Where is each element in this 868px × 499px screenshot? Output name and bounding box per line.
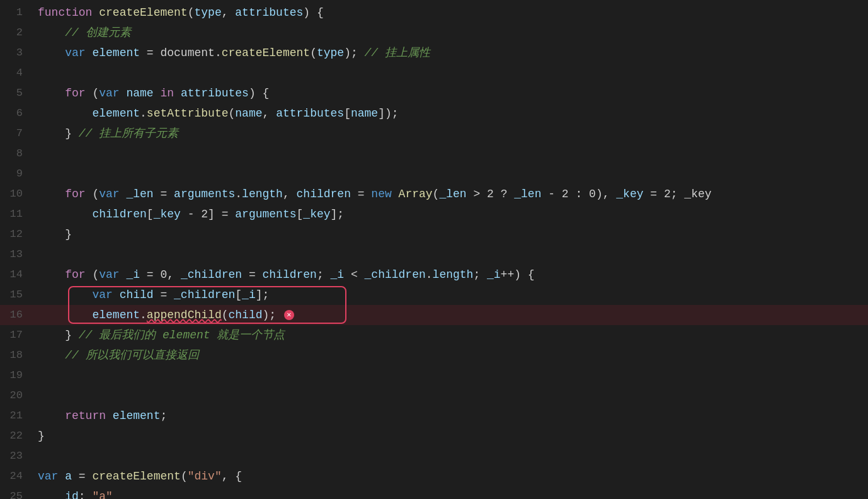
line-1: 1function createElement(type, attributes… — [0, 3, 868, 23]
line-number-7: 7 — [0, 123, 33, 144]
line-number-20: 20 — [0, 386, 33, 406]
line-number-25: 25 — [0, 486, 33, 499]
line-24: 24var a = createElement("div", { — [0, 466, 868, 486]
line-12: 12 } — [0, 224, 868, 244]
line-content-17: } // 最后我们的 element 就是一个节点 — [33, 325, 868, 345]
line-number-19: 19 — [0, 365, 33, 386]
line-8: 8 — [0, 144, 868, 164]
line-number-16: 16 — [0, 305, 33, 325]
line-content-2: // 创建元素 — [33, 23, 868, 43]
line-25: 25 id: "a" — [0, 486, 868, 499]
line-14: 14 for (var _i = 0, _children = children… — [0, 265, 868, 285]
line-content-3: var element = document.createElement(typ… — [33, 43, 868, 63]
line-18: 18 // 所以我们可以直接返回 — [0, 345, 868, 365]
line-content-25: id: "a" — [33, 486, 868, 499]
line-number-4: 4 — [0, 63, 33, 83]
line-number-9: 9 — [0, 164, 33, 184]
line-19: 19 — [0, 365, 868, 386]
line-21: 21 return element; — [0, 406, 868, 426]
line-content-11: children[_key - 2] = arguments[_key]; — [33, 204, 868, 224]
line-content-5: for (var name in attributes) { — [33, 83, 868, 103]
line-number-10: 10 — [0, 184, 33, 204]
line-number-22: 22 — [0, 426, 33, 446]
code-editor: 1function createElement(type, attributes… — [0, 0, 868, 499]
line-content-7: } // 挂上所有子元素 — [33, 123, 868, 144]
line-content-16: element.appendChild(child); ✕ — [33, 305, 868, 325]
line-5: 5 for (var name in attributes) { — [0, 83, 868, 103]
line-number-11: 11 — [0, 204, 33, 224]
line-content-10: for (var _len = arguments.length, childr… — [33, 184, 868, 204]
line-number-6: 6 — [0, 103, 33, 123]
line-number-12: 12 — [0, 224, 33, 244]
line-13: 13 — [0, 244, 868, 265]
line-number-14: 14 — [0, 265, 33, 285]
line-11: 11 children[_key - 2] = arguments[_key]; — [0, 204, 868, 224]
line-content-21: return element; — [33, 406, 868, 426]
line-number-15: 15 — [0, 285, 33, 305]
line-9: 9 — [0, 164, 868, 184]
line-number-8: 8 — [0, 144, 33, 164]
line-number-23: 23 — [0, 446, 33, 466]
line-number-1: 1 — [0, 3, 33, 23]
line-2: 2 // 创建元素 — [0, 23, 868, 43]
line-content-12: } — [33, 224, 868, 244]
line-content-18: // 所以我们可以直接返回 — [33, 345, 868, 365]
line-7: 7 } // 挂上所有子元素 — [0, 123, 868, 144]
line-content-22: } — [33, 426, 868, 446]
line-20: 20 — [0, 386, 868, 406]
line-content-24: var a = createElement("div", { — [33, 466, 868, 486]
error-icon: ✕ — [284, 310, 294, 320]
line-6: 6 element.setAttribute(name, attributes[… — [0, 103, 868, 123]
line-content-15: var child = _children[_i]; — [33, 285, 868, 305]
line-22: 22} — [0, 426, 868, 446]
line-number-5: 5 — [0, 83, 33, 103]
line-number-2: 2 — [0, 23, 33, 43]
line-number-17: 17 — [0, 325, 33, 345]
line-17: 17 } // 最后我们的 element 就是一个节点 — [0, 325, 868, 345]
line-number-24: 24 — [0, 466, 33, 486]
line-number-18: 18 — [0, 345, 33, 365]
line-15: 15 var child = _children[_i]; — [0, 285, 868, 305]
code-lines: 1function createElement(type, attributes… — [0, 0, 868, 499]
line-content-1: function createElement(type, attributes)… — [33, 3, 868, 23]
line-content-14: for (var _i = 0, _children = children; _… — [33, 265, 868, 285]
line-number-21: 21 — [0, 406, 33, 426]
line-4: 4 — [0, 63, 868, 83]
line-3: 3 var element = document.createElement(t… — [0, 43, 868, 63]
line-23: 23 — [0, 446, 868, 466]
line-number-3: 3 — [0, 43, 33, 63]
line-10: 10 for (var _len = arguments.length, chi… — [0, 184, 868, 204]
line-content-6: element.setAttribute(name, attributes[na… — [33, 103, 868, 123]
line-number-13: 13 — [0, 244, 33, 265]
line-16: 16 element.appendChild(child); ✕ — [0, 305, 868, 325]
